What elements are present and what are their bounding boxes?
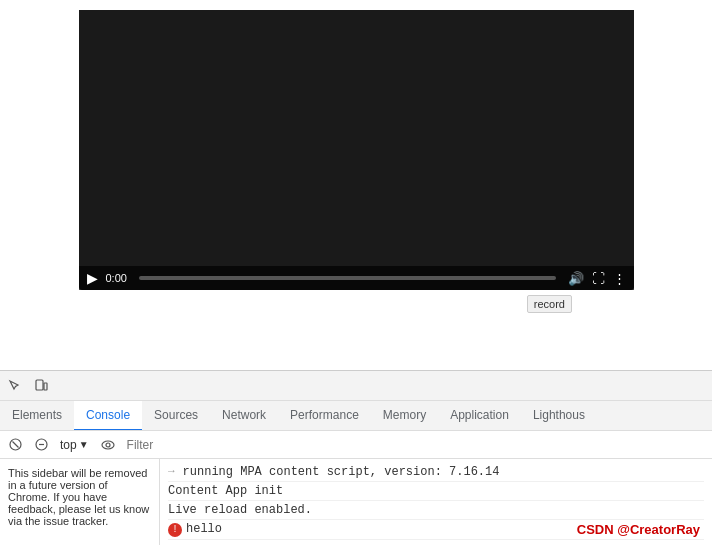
console-entry-4: ! hello: [168, 520, 704, 540]
svg-point-7: [106, 443, 110, 447]
tab-network[interactable]: Network: [210, 401, 278, 431]
console-log-area: → running MPA content script, version: 7…: [160, 459, 712, 545]
console-entry-2: Content App init: [168, 482, 704, 501]
devtools-panel: Elements Console Sources Network Perform…: [0, 370, 712, 545]
tab-application[interactable]: Application: [438, 401, 521, 431]
more-options-icon[interactable]: ⋮: [613, 271, 626, 286]
log-text-1: running MPA content script, version: 7.1…: [183, 465, 500, 479]
video-controls: ▶ 0:00 🔊 ⛶ ⋮: [79, 266, 634, 290]
console-content: This sidebar will be removed in a future…: [0, 459, 712, 545]
play-button[interactable]: ▶: [87, 270, 98, 286]
tab-memory[interactable]: Memory: [371, 401, 438, 431]
sidebar-panel: This sidebar will be removed in a future…: [0, 459, 160, 545]
context-selector[interactable]: top ▼: [56, 436, 93, 454]
console-entry-3: Live reload enabled.: [168, 501, 704, 520]
device-toolbar-button[interactable]: [30, 375, 52, 397]
svg-point-6: [102, 441, 114, 449]
video-screen: [79, 10, 634, 266]
chevron-down-icon: ▼: [79, 439, 89, 450]
tab-elements[interactable]: Elements: [0, 401, 74, 431]
record-tooltip: record: [527, 295, 572, 313]
arrow-icon-1: →: [168, 465, 175, 477]
tab-lighthouse[interactable]: Lighthous: [521, 401, 597, 431]
sidebar-text: This sidebar will be removed in a future…: [8, 467, 149, 527]
fullscreen-icon[interactable]: ⛶: [592, 271, 605, 286]
preserve-log-button[interactable]: [30, 434, 52, 456]
filter-input[interactable]: [123, 436, 708, 454]
main-content: ▶ 0:00 🔊 ⛶ ⋮ record: [0, 0, 712, 370]
eye-icon-button[interactable]: [97, 434, 119, 456]
tab-console[interactable]: Console: [74, 401, 142, 431]
svg-rect-1: [44, 383, 47, 390]
log-text-4: hello: [186, 522, 222, 536]
volume-icon[interactable]: 🔊: [568, 271, 584, 286]
progress-bar[interactable]: [139, 276, 556, 280]
clear-console-button[interactable]: [4, 434, 26, 456]
devtools-tabs: Elements Console Sources Network Perform…: [0, 401, 712, 431]
devtools-top-bar: [0, 371, 712, 401]
svg-rect-0: [36, 380, 43, 390]
error-dot: !: [168, 523, 182, 537]
tab-performance[interactable]: Performance: [278, 401, 371, 431]
log-text-3: Live reload enabled.: [168, 503, 312, 517]
video-player: ▶ 0:00 🔊 ⛶ ⋮: [79, 10, 634, 290]
console-toolbar: top ▼: [0, 431, 712, 459]
inspect-element-button[interactable]: [4, 375, 26, 397]
console-entry-1: → running MPA content script, version: 7…: [168, 463, 704, 482]
tab-sources[interactable]: Sources: [142, 401, 210, 431]
log-text-2: Content App init: [168, 484, 283, 498]
svg-line-3: [12, 442, 18, 448]
time-display: 0:00: [106, 272, 127, 284]
console-entry-5: ›: [168, 540, 704, 545]
